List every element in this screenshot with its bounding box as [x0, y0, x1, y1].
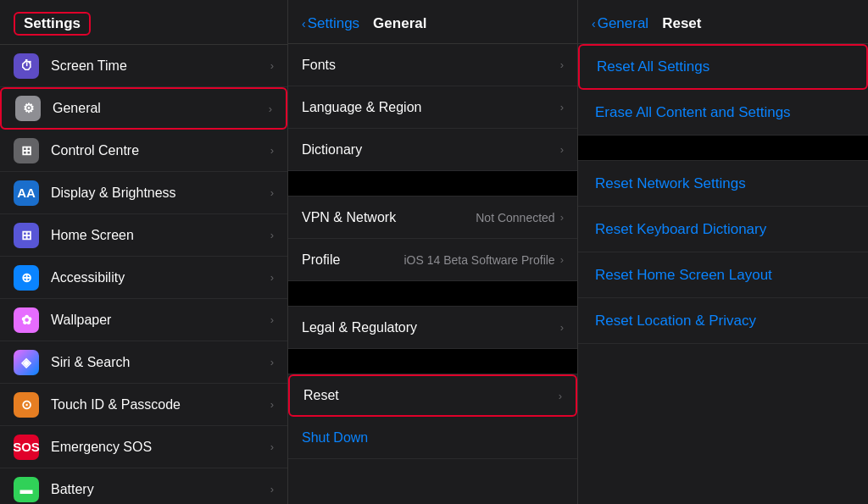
sidebar-item-accessibility[interactable]: ⊕Accessibility›	[0, 257, 287, 299]
section-separator	[288, 349, 577, 374]
reset-network-label: Reset Network Settings	[595, 175, 746, 192]
left-nav-list: ⏱Screen Time›⚙General›⊞Control Centre›AA…	[0, 45, 287, 504]
general-item-reset[interactable]: Reset›	[288, 374, 577, 417]
reset-item-reset-network[interactable]: Reset Network Settings	[578, 161, 868, 207]
battery-label: Battery	[51, 482, 270, 497]
left-column: Settings ⏱Screen Time›⚙General›⊞Control …	[0, 0, 288, 504]
middle-title: General	[373, 15, 426, 32]
vpn-label: VPN & Network	[302, 210, 476, 225]
sidebar-item-control-centre[interactable]: ⊞Control Centre›	[0, 130, 287, 172]
reset-item-reset-keyboard[interactable]: Reset Keyboard Dictionary	[578, 207, 868, 252]
shutdown-label: Shut Down	[302, 430, 564, 446]
reset-keyboard-label: Reset Keyboard Dictionary	[595, 221, 766, 238]
vpn-chevron-icon: ›	[560, 211, 564, 224]
sidebar-item-display[interactable]: AADisplay & Brightness›	[0, 172, 287, 214]
section-separator	[288, 281, 577, 307]
legal-chevron-icon: ›	[560, 321, 564, 334]
erase-all-label: Erase All Content and Settings	[595, 104, 791, 121]
reset-chevron-icon: ›	[559, 390, 562, 402]
middle-column: ‹ Settings General Fonts›Language & Regi…	[288, 0, 578, 504]
display-icon: AA	[14, 180, 39, 206]
language-label: Language & Region	[302, 100, 560, 115]
right-column: ‹ General Reset Reset All SettingsErase …	[578, 0, 868, 504]
fonts-chevron-icon: ›	[560, 58, 564, 71]
display-label: Display & Brightness	[51, 186, 270, 201]
home-screen-icon: ⊞	[14, 223, 39, 248]
sidebar-item-siri[interactable]: ◈Siri & Search›	[0, 341, 287, 384]
sidebar-item-battery[interactable]: ▬Battery›	[0, 468, 287, 504]
profile-value: iOS 14 Beta Software Profile	[403, 253, 554, 267]
home-screen-chevron-icon: ›	[270, 229, 274, 241]
general-item-vpn[interactable]: VPN & NetworkNot Connected›	[288, 197, 577, 239]
screen-time-chevron-icon: ›	[270, 59, 274, 72]
wallpaper-chevron-icon: ›	[270, 313, 274, 326]
dictionary-chevron-icon: ›	[560, 143, 564, 156]
right-title: Reset	[662, 15, 701, 32]
touchid-chevron-icon: ›	[270, 398, 274, 411]
home-screen-label: Home Screen	[51, 228, 270, 243]
general-item-dictionary[interactable]: Dictionary›	[288, 129, 577, 171]
display-chevron-icon: ›	[270, 186, 274, 199]
touchid-label: Touch ID & Passcode	[51, 397, 270, 413]
vpn-value: Not Connected	[476, 211, 554, 224]
reset-item-reset-home[interactable]: Reset Home Screen Layout	[578, 252, 868, 298]
settings-title: Settings	[24, 15, 81, 31]
reset-label: Reset	[303, 388, 559, 403]
sos-label: Emergency SOS	[51, 440, 270, 455]
right-back-chevron-icon: ‹	[592, 17, 596, 30]
reset-item-reset-all[interactable]: Reset All Settings	[578, 44, 868, 90]
siri-label: Siri & Search	[51, 355, 270, 370]
control-centre-label: Control Centre	[51, 143, 270, 158]
siri-icon: ◈	[14, 350, 39, 375]
touchid-icon: ⊙	[14, 392, 39, 418]
language-chevron-icon: ›	[560, 101, 564, 114]
section-separator	[288, 171, 577, 197]
battery-chevron-icon: ›	[270, 483, 274, 496]
left-header: Settings	[0, 0, 287, 45]
sidebar-item-sos[interactable]: SOSEmergency SOS›	[0, 426, 287, 468]
battery-icon: ▬	[14, 477, 39, 502]
general-item-fonts[interactable]: Fonts›	[288, 44, 577, 86]
profile-chevron-icon: ›	[560, 253, 564, 266]
reset-location-label: Reset Location & Privacy	[595, 313, 756, 330]
sidebar-item-home-screen[interactable]: ⊞Home Screen›	[0, 214, 287, 257]
control-centre-icon: ⊞	[14, 138, 39, 163]
back-chevron-icon: ‹	[302, 17, 306, 30]
general-item-profile[interactable]: ProfileiOS 14 Beta Software Profile›	[288, 239, 577, 281]
general-icon: ⚙	[15, 96, 41, 121]
control-centre-chevron-icon: ›	[270, 144, 274, 157]
general-label: General	[53, 101, 269, 116]
middle-back-button[interactable]: ‹ Settings	[302, 15, 359, 32]
sos-chevron-icon: ›	[270, 440, 274, 453]
sidebar-item-wallpaper[interactable]: ✿Wallpaper›	[0, 299, 287, 341]
screen-time-label: Screen Time	[51, 58, 270, 74]
reset-all-label: Reset All Settings	[597, 58, 709, 75]
middle-back-label: Settings	[308, 15, 359, 32]
reset-item-erase-all[interactable]: Erase All Content and Settings	[578, 90, 868, 136]
middle-header: ‹ Settings General	[288, 0, 577, 44]
accessibility-label: Accessibility	[51, 270, 270, 285]
accessibility-icon: ⊕	[14, 265, 39, 291]
general-item-shutdown[interactable]: Shut Down	[288, 417, 577, 459]
general-item-legal[interactable]: Legal & Regulatory›	[288, 307, 577, 349]
general-item-language[interactable]: Language & Region›	[288, 86, 577, 129]
fonts-label: Fonts	[302, 58, 560, 73]
sidebar-item-screen-time[interactable]: ⏱Screen Time›	[0, 45, 287, 87]
middle-nav-list: Fonts›Language & Region›Dictionary›VPN &…	[288, 44, 577, 504]
right-section-separator	[578, 136, 868, 161]
right-header: ‹ General Reset	[578, 0, 868, 44]
reset-home-label: Reset Home Screen Layout	[595, 267, 772, 284]
legal-label: Legal & Regulatory	[302, 320, 560, 335]
screen-time-icon: ⏱	[14, 53, 39, 79]
sos-icon: SOS	[14, 435, 39, 460]
dictionary-label: Dictionary	[302, 142, 560, 158]
settings-title-box: Settings	[14, 12, 91, 36]
sidebar-item-touchid[interactable]: ⊙Touch ID & Passcode›	[0, 384, 287, 426]
siri-chevron-icon: ›	[270, 356, 274, 368]
general-chevron-icon: ›	[269, 102, 272, 115]
sidebar-item-general[interactable]: ⚙General›	[0, 87, 287, 130]
accessibility-chevron-icon: ›	[270, 271, 274, 284]
right-back-button[interactable]: ‹ General	[592, 15, 648, 32]
reset-item-reset-location[interactable]: Reset Location & Privacy	[578, 298, 868, 344]
wallpaper-icon: ✿	[14, 307, 39, 333]
